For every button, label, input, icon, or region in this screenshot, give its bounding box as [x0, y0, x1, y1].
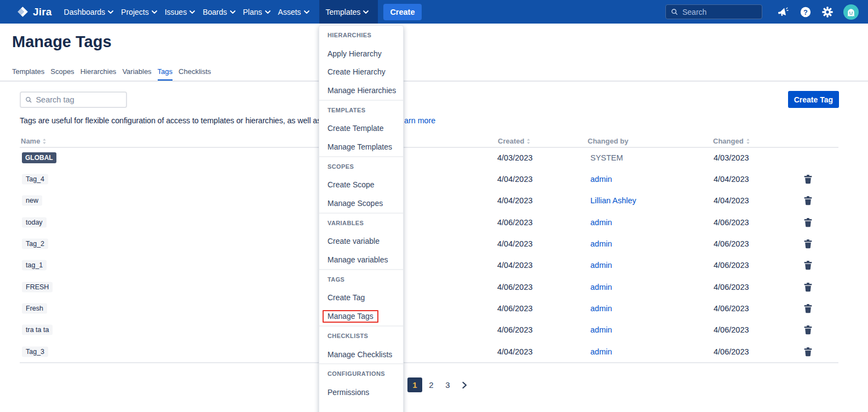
table-row: tag_14/04/2023admin4/06/2023: [0, 255, 868, 276]
menu-item-permissions[interactable]: Permissions: [319, 383, 403, 402]
tag-name-cell: Tag_4: [22, 174, 48, 184]
table-row: tra ta ta4/06/2023admin4/06/2023: [0, 319, 868, 341]
chevron-down-icon: [304, 10, 309, 14]
tag-badge: FRESH: [22, 282, 53, 292]
menu-item-manage-variables[interactable]: Manage variables: [319, 250, 403, 269]
next-page-button[interactable]: [457, 377, 472, 392]
tag-badge: tag_1: [22, 260, 47, 271]
global-search-input[interactable]: [682, 8, 757, 16]
jira-logo[interactable]: Jira: [16, 5, 52, 18]
tab-variables[interactable]: Variables: [122, 67, 151, 81]
changed-by-link[interactable]: admin: [590, 283, 612, 291]
menu-item-create-scope[interactable]: Create Scope: [319, 176, 403, 194]
create-tag-button[interactable]: Create Tag: [788, 91, 839, 108]
menu-item-apply-hierarchy[interactable]: Apply Hierarchy: [319, 44, 403, 63]
changed-by-link[interactable]: Lillian Ashley: [590, 196, 636, 205]
changed-by-link[interactable]: admin: [590, 239, 612, 248]
delete-tag-button[interactable]: [803, 173, 813, 185]
menu-item-create-template[interactable]: Create Template: [319, 119, 403, 138]
changed-by-cell: admin: [590, 261, 612, 270]
ghost-avatar-icon: [846, 7, 856, 18]
menu-item-manage-scopes[interactable]: Manage Scopes: [319, 194, 403, 213]
changed-by-cell: admin: [590, 218, 612, 227]
menu-section-variables: VARIABLESCreate variableManage variables: [319, 213, 403, 269]
menu-item-manage-tags[interactable]: Manage Tags: [319, 307, 403, 325]
table-row: Tag_34/04/2023admin4/06/2023: [0, 341, 868, 362]
menu-item-manage-templates[interactable]: Manage Templates: [319, 138, 403, 156]
delete-tag-button[interactable]: [803, 216, 813, 228]
tab-templates[interactable]: Templates: [12, 67, 44, 81]
changed-by-cell: SYSTEM: [590, 153, 623, 162]
menu-item-create-hierarchy[interactable]: Create Hierarchy: [319, 62, 403, 81]
tag-search-input[interactable]: [36, 95, 122, 104]
changed-by-link[interactable]: admin: [590, 304, 612, 313]
page-1[interactable]: 1: [407, 377, 422, 392]
delete-tag-button[interactable]: [803, 281, 813, 293]
tag-name-cell: today: [22, 217, 47, 227]
create-button[interactable]: Create: [383, 4, 421, 20]
tag-search[interactable]: [20, 91, 127, 108]
menu-item-manage-checklists[interactable]: Manage Checklists: [319, 345, 403, 364]
tab-hierarchies[interactable]: Hierarchies: [81, 67, 117, 81]
created-cell: 4/06/2023: [497, 283, 533, 291]
delete-tag-button[interactable]: [803, 324, 813, 336]
delete-tag-button[interactable]: [803, 260, 813, 271]
learn-more-link[interactable]: arn more: [404, 116, 435, 125]
table-row: Tag_24/04/2023admin4/06/2023: [0, 233, 868, 254]
changed-by-link[interactable]: admin: [590, 325, 612, 334]
trash-icon: [804, 282, 812, 291]
announcements-button[interactable]: [777, 6, 790, 18]
tab-tags[interactable]: Tags: [158, 67, 173, 81]
column-header-created[interactable]: Created: [498, 137, 530, 145]
delete-tag-button[interactable]: [803, 195, 813, 207]
nav-item-plans[interactable]: Plans: [243, 0, 271, 24]
tag-name-cell: Tag_2: [22, 238, 48, 249]
column-header-label: Created: [498, 137, 524, 145]
menu-section-header: TAGS: [319, 270, 403, 289]
tab-scopes[interactable]: Scopes: [50, 67, 74, 81]
delete-tag-button[interactable]: [803, 302, 813, 314]
nav-item-label: Templates: [326, 8, 361, 16]
jira-logo-icon: [16, 5, 29, 18]
tab-checklists[interactable]: Checklists: [179, 67, 211, 81]
column-header-changed[interactable]: Changed: [713, 137, 750, 145]
chevron-down-icon: [265, 10, 271, 14]
changed-by-link[interactable]: admin: [590, 218, 612, 227]
nav-item-label: Projects: [121, 8, 149, 16]
help-button[interactable]: ?: [800, 6, 812, 18]
global-search[interactable]: [665, 4, 762, 19]
menu-item-manage-hierarchies[interactable]: Manage Hierarchies: [319, 81, 403, 100]
delete-tag-button[interactable]: [803, 346, 813, 357]
table-row: GLOBAL4/03/2023SYSTEM4/03/2023: [0, 147, 868, 168]
tag-badge: GLOBAL: [22, 152, 56, 163]
changed-by-link[interactable]: admin: [590, 261, 612, 270]
nav-item-assets[interactable]: Assets: [278, 0, 309, 24]
created-cell: 4/06/2023: [497, 325, 533, 334]
page-3[interactable]: 3: [440, 377, 455, 392]
menu-item-create-variable[interactable]: Create variable: [319, 232, 403, 251]
tag-badge: Tag_3: [22, 346, 48, 357]
settings-button[interactable]: [821, 6, 833, 18]
menu-section-header: SCOPES: [319, 157, 403, 176]
changed-cell: 4/03/2023: [714, 153, 749, 162]
tag-name-cell: Tag_3: [22, 346, 48, 357]
changed-by-link[interactable]: admin: [590, 347, 612, 356]
sort-icon: [746, 139, 750, 144]
column-header-name[interactable]: Name: [21, 137, 46, 145]
changed-cell: 4/04/2023: [714, 196, 749, 205]
nav-item-projects[interactable]: Projects: [121, 0, 157, 24]
nav-item-issues[interactable]: Issues: [165, 0, 195, 24]
changed-by-link[interactable]: admin: [590, 175, 612, 184]
nav-item-boards[interactable]: Boards: [203, 0, 235, 24]
menu-item-label: Create variable: [327, 237, 380, 245]
nav-item-dashboards[interactable]: Dashboards: [64, 0, 114, 24]
menu-section-configurations: CONFIGURATIONSPermissions: [319, 363, 403, 401]
nav-item-templates[interactable]: Templates: [319, 0, 378, 24]
table-row: Tag_44/04/2023admin4/04/2023: [0, 168, 868, 190]
page-2[interactable]: 2: [424, 377, 439, 392]
nav-item-label: Assets: [278, 8, 301, 16]
delete-tag-button[interactable]: [803, 238, 813, 249]
menu-section-header: VARIABLES: [319, 214, 403, 232]
user-avatar[interactable]: [843, 4, 859, 20]
menu-item-create-tag[interactable]: Create Tag: [319, 289, 403, 307]
